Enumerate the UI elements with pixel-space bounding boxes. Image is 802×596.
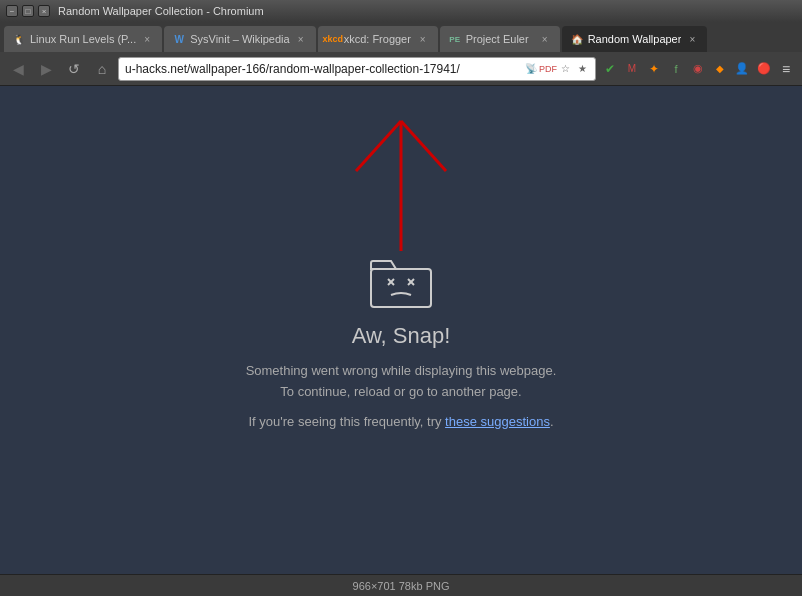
arrow-annotation — [301, 91, 501, 261]
tab-sysvinit[interactable]: W SysVinit – Wikipedia × — [164, 26, 315, 52]
tab-close-3[interactable]: × — [416, 32, 430, 46]
minimize-button[interactable]: − — [6, 5, 18, 17]
suggestion-prefix: If you're seeing this frequently, try — [248, 414, 445, 429]
error-suggestion: If you're seeing this frequently, try th… — [248, 414, 553, 429]
tab-favicon-5: 🏠 — [570, 32, 584, 46]
ext-checkmark-icon[interactable]: ✔ — [600, 59, 620, 79]
reload-button[interactable]: ↺ — [62, 57, 86, 81]
window-controls[interactable]: − □ × — [6, 5, 50, 17]
tab-label-1: Linux Run Levels (P... — [30, 33, 136, 45]
error-message-line2: To continue, reload or go to another pag… — [280, 384, 521, 399]
error-title: Aw, Snap! — [352, 323, 451, 349]
tab-close-4[interactable]: × — [538, 32, 552, 46]
tab-label-5: Random Wallpaper — [588, 33, 682, 45]
content-area: Aw, Snap! Something went wrong while dis… — [0, 86, 802, 574]
home-button[interactable]: ⌂ — [90, 57, 114, 81]
ext-red2-icon[interactable]: 🔴 — [754, 59, 774, 79]
bookmark-star-icon[interactable]: ☆ — [558, 62, 572, 76]
address-bar-icons: 📡 PDF ☆ ★ — [524, 62, 589, 76]
maximize-button[interactable]: □ — [22, 5, 34, 17]
menu-icon[interactable]: ≡ — [776, 59, 796, 79]
status-bar: 966×701 78kb PNG — [0, 574, 802, 596]
error-message: Something went wrong while displaying th… — [246, 361, 557, 403]
forward-button[interactable]: ▶ — [34, 57, 58, 81]
tab-favicon-1: 🐧 — [12, 32, 26, 46]
error-message-line1: Something went wrong while displaying th… — [246, 363, 557, 378]
title-bar: − □ × Random Wallpaper Collection - Chro… — [0, 0, 802, 22]
back-button[interactable]: ◀ — [6, 57, 30, 81]
error-container: Aw, Snap! Something went wrong while dis… — [246, 251, 557, 430]
tab-label-2: SysVinit – Wikipedia — [190, 33, 289, 45]
tab-close-5[interactable]: × — [685, 32, 699, 46]
ext-gmail-icon[interactable]: M — [622, 59, 642, 79]
ext-orange-icon[interactable]: ◆ — [710, 59, 730, 79]
tab-label-3: xkcd: Frogger — [344, 33, 412, 45]
address-bar[interactable]: 📡 PDF ☆ ★ — [118, 57, 596, 81]
ext-people-icon[interactable]: 👤 — [732, 59, 752, 79]
svg-line-1 — [356, 121, 401, 171]
these-suggestions-link[interactable]: these suggestions — [445, 414, 550, 429]
close-window-button[interactable]: × — [38, 5, 50, 17]
bookmark-star-filled-icon[interactable]: ★ — [575, 62, 589, 76]
status-text: 966×701 78kb PNG — [353, 580, 450, 592]
tab-bar: 🐧 Linux Run Levels (P... × W SysVinit – … — [0, 22, 802, 52]
ext-feedly-icon[interactable]: f — [666, 59, 686, 79]
ext-star-icon[interactable]: ✦ — [644, 59, 664, 79]
tab-linux-run-levels[interactable]: 🐧 Linux Run Levels (P... × — [4, 26, 162, 52]
window-title: Random Wallpaper Collection - Chromium — [58, 5, 796, 17]
tab-xkcd[interactable]: xkcd xkcd: Frogger × — [318, 26, 438, 52]
tab-favicon-3: xkcd — [326, 32, 340, 46]
tab-project-euler[interactable]: PE Project Euler × — [440, 26, 560, 52]
ext-red-icon[interactable]: ◉ — [688, 59, 708, 79]
tab-random-wallpaper[interactable]: 🏠 Random Wallpaper × — [562, 26, 708, 52]
tab-close-1[interactable]: × — [140, 32, 154, 46]
rss-icon[interactable]: 📡 — [524, 62, 538, 76]
tab-close-2[interactable]: × — [294, 32, 308, 46]
tab-favicon-4: PE — [448, 32, 462, 46]
svg-line-2 — [401, 121, 446, 171]
toolbar-extensions: ✔ M ✦ f ◉ ◆ 👤 🔴 ≡ — [600, 59, 796, 79]
tab-favicon-2: W — [172, 32, 186, 46]
tab-label-4: Project Euler — [466, 33, 534, 45]
address-input[interactable] — [125, 62, 520, 76]
svg-rect-3 — [371, 269, 431, 307]
toolbar: ◀ ▶ ↺ ⌂ 📡 PDF ☆ ★ ✔ M ✦ f ◉ ◆ 👤 🔴 ≡ — [0, 52, 802, 86]
suggestion-suffix: . — [550, 414, 554, 429]
pdf-icon[interactable]: PDF — [541, 62, 555, 76]
